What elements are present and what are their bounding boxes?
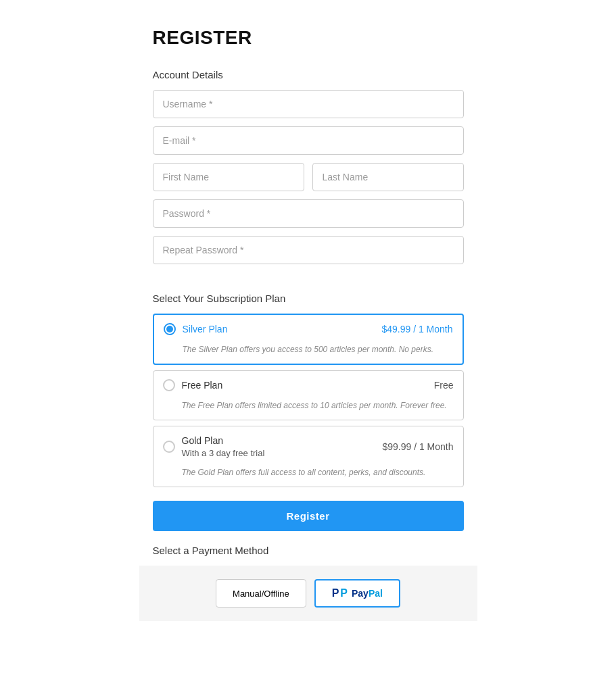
paypal-icon-p2: P [340, 587, 348, 599]
first-name-input[interactable] [153, 163, 304, 191]
plan-left-free: Free Plan [163, 379, 223, 391]
paypal-logo: PP PayPal [332, 587, 383, 599]
subscription-label: Select Your Subscription Plan [153, 293, 464, 304]
plan-price-free: Free [434, 380, 454, 391]
plan-option-free[interactable]: Free Plan Free The Free Plan offers limi… [153, 370, 464, 420]
last-name-input[interactable] [312, 163, 464, 191]
payment-footer: Manual/Offline PP PayPal [139, 566, 477, 621]
email-input[interactable] [153, 126, 464, 155]
manual-payment-button[interactable]: Manual/Offline [216, 579, 306, 608]
register-button[interactable]: Register [153, 501, 464, 531]
plan-subtitle-gold: With a 3 day free trial [182, 448, 265, 458]
subscription-section: Select Your Subscription Plan Silver Pla… [153, 293, 464, 487]
plan-description-gold: The Gold Plan offers full access to all … [153, 466, 463, 487]
payment-method-label: Select a Payment Method [153, 545, 464, 556]
plan-description-free: The Free Plan offers limited access to 1… [153, 399, 463, 420]
plan-name-silver: Silver Plan [183, 324, 228, 335]
name-row [153, 163, 464, 191]
repeat-password-input[interactable] [153, 236, 464, 264]
plan-name-free: Free Plan [182, 380, 223, 391]
radio-silver [164, 323, 176, 335]
plan-header-free[interactable]: Free Plan Free [153, 371, 463, 399]
plan-option-silver[interactable]: Silver Plan $49.99 / 1 Month The Silver … [153, 314, 464, 365]
account-details-section: Account Details [153, 69, 464, 272]
radio-free [163, 379, 175, 391]
paypal-label: PayPal [352, 588, 383, 599]
plan-header-gold[interactable]: Gold Plan With a 3 day free trial $99.99… [153, 426, 463, 466]
payment-methods: Manual/Offline PP PayPal [153, 579, 464, 608]
paypal-payment-button[interactable]: PP PayPal [314, 579, 400, 608]
manual-payment-label: Manual/Offline [233, 589, 289, 599]
plan-name-gold: Gold Plan [182, 435, 223, 446]
radio-gold [163, 441, 175, 453]
plan-name-subtitle-gold: Gold Plan With a 3 day free trial [182, 435, 265, 458]
plan-description-silver: The Silver Plan offers you access to 500… [154, 343, 463, 364]
password-input[interactable] [153, 199, 464, 228]
plan-price-gold: $99.99 / 1 Month [382, 441, 453, 452]
username-input[interactable] [153, 90, 464, 118]
account-details-label: Account Details [153, 69, 464, 80]
page-title: REGISTER [153, 27, 464, 49]
plan-header-silver[interactable]: Silver Plan $49.99 / 1 Month [154, 315, 463, 343]
plan-left-gold: Gold Plan With a 3 day free trial [163, 435, 265, 458]
paypal-icon-p1: P [332, 587, 339, 599]
plan-option-gold[interactable]: Gold Plan With a 3 day free trial $99.99… [153, 426, 464, 487]
plan-price-silver: $49.99 / 1 Month [381, 324, 452, 335]
plan-left-silver: Silver Plan [164, 323, 228, 335]
